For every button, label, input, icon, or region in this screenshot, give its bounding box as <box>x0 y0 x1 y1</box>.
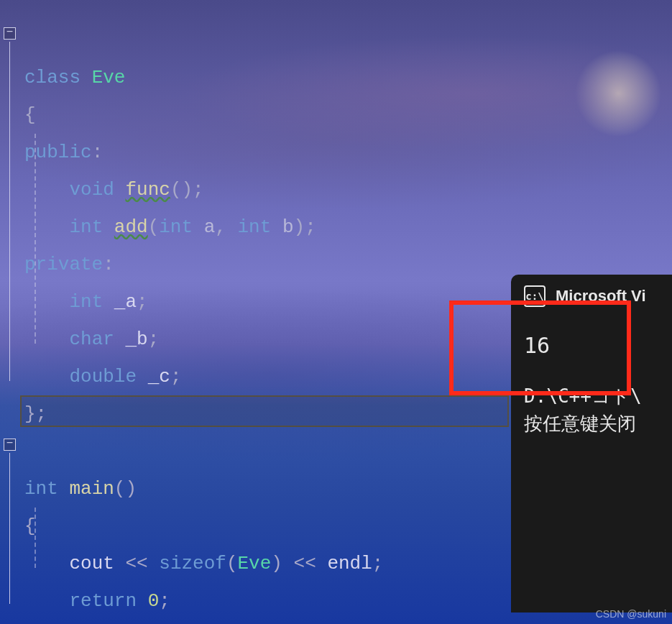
code-text[interactable]: class Eve { public: void func(); int add… <box>24 22 383 624</box>
class-ref-eve: Eve <box>238 553 272 574</box>
keyword-double: double <box>69 366 137 387</box>
keyword-int-a: int <box>159 216 193 238</box>
parens-func: () <box>170 179 193 201</box>
param-b: b <box>282 216 294 238</box>
semi-a: ; <box>137 291 148 313</box>
fold-handle-main[interactable]: − <box>4 439 16 451</box>
open-paren-add: ( <box>148 216 160 238</box>
semi-func: ; <box>193 179 204 201</box>
keyword-private: private <box>24 254 103 275</box>
endl: endl <box>327 553 372 574</box>
cout: cout <box>69 553 114 574</box>
class-name-eve: Eve <box>92 67 126 88</box>
keyword-int-member: int <box>69 291 103 313</box>
func-name-func: func <box>125 179 170 201</box>
console-titlebar[interactable]: c:\ Microsoft Vi <box>511 275 672 318</box>
fold-line-main <box>9 453 10 604</box>
semi-c: ; <box>170 366 182 387</box>
keyword-sizeof: sizeof <box>159 553 226 574</box>
colon-private: : <box>103 254 114 275</box>
op-insert-1: << <box>125 553 147 574</box>
close-brace-class: } <box>24 403 36 425</box>
console-output: 16 <box>524 332 659 359</box>
close-paren-sizeof: ) <box>271 553 282 574</box>
console-prompt: 按任意键关闭 <box>524 410 659 437</box>
semi-class: ; <box>36 403 47 425</box>
keyword-int-main: int <box>24 478 58 500</box>
open-paren-sizeof: ( <box>226 553 238 574</box>
member-a: _a <box>114 291 137 313</box>
console-title: Microsoft Vi <box>556 287 646 306</box>
func-name-add: add <box>114 216 148 238</box>
semi-cout: ; <box>372 553 384 574</box>
semi-return: ; <box>159 590 170 612</box>
member-c: _c <box>148 366 170 387</box>
parens-main: () <box>114 478 137 500</box>
param-a: a <box>204 216 216 238</box>
keyword-int-add: int <box>69 216 103 238</box>
literal-zero: 0 <box>148 590 160 612</box>
keyword-int-b: int <box>238 216 272 238</box>
fold-handle-class[interactable]: − <box>4 27 16 40</box>
editor-gutter: − − <box>0 0 20 624</box>
member-b: _b <box>125 329 147 350</box>
keyword-class: class <box>24 67 80 88</box>
func-name-main: main <box>69 478 114 500</box>
keyword-return: return <box>69 590 137 612</box>
colon-public: : <box>92 142 103 163</box>
open-brace-class: { <box>24 104 36 126</box>
semi-b: ; <box>148 329 160 350</box>
watermark: CSDN @sukuni <box>596 608 666 620</box>
console-body: 16 D:\C++コト\ 按任意键关闭 <box>511 318 672 451</box>
semi-add: ; <box>305 216 316 238</box>
console-window[interactable]: c:\ Microsoft Vi 16 D:\C++コト\ 按任意键关闭 <box>511 275 672 612</box>
open-brace-main: { <box>24 515 36 537</box>
console-path: D:\C++コト\ <box>524 382 659 410</box>
keyword-public: public <box>24 142 92 163</box>
close-paren-add: ) <box>294 216 305 238</box>
op-insert-2: << <box>294 553 316 574</box>
fold-line-class <box>9 42 10 381</box>
comma-add: , <box>215 216 226 238</box>
keyword-char: char <box>69 329 114 350</box>
cmd-icon: c:\ <box>524 285 546 307</box>
keyword-void: void <box>69 179 114 201</box>
